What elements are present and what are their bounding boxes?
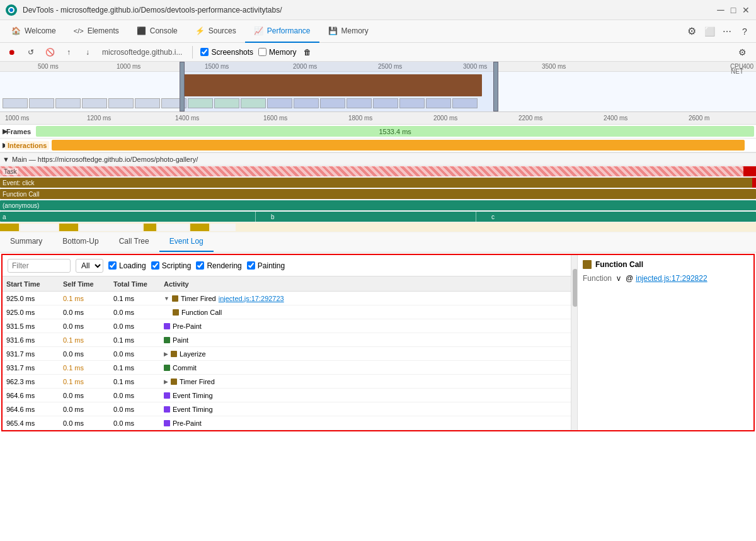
block-1	[0, 224, 19, 231]
perf-settings-btn[interactable]: ⚙	[733, 43, 751, 61]
dot-0	[172, 295, 178, 302]
selection-left-handle[interactable]	[180, 62, 185, 111]
total-time-1: 0.0 ms	[110, 309, 160, 316]
abc-bar: a b c	[0, 212, 756, 222]
event-click-bar: Event: click	[0, 178, 756, 188]
upload-btn[interactable]: ↑	[62, 45, 76, 59]
expand-4[interactable]: ▶	[164, 351, 168, 357]
activity-link-0[interactable]: injected.js:17:292723	[219, 295, 284, 302]
ruler-1000: 1000 ms	[5, 115, 29, 122]
tick-400: 400	[743, 63, 753, 70]
self-time-1: 0.0 ms	[59, 309, 110, 316]
detail-function-link[interactable]: injected.js:17:292822	[636, 274, 707, 283]
reload-btn[interactable]: ↺	[24, 45, 38, 59]
tab-console[interactable]: ⬛ Console	[128, 20, 186, 43]
main-expand[interactable]: ▼	[3, 156, 9, 163]
self-time-2: 0.0 ms	[59, 322, 110, 330]
minimize-btn[interactable]: ─	[716, 5, 726, 15]
more-btn[interactable]: ⋯	[718, 23, 736, 40]
thumb-1	[3, 98, 28, 108]
tab-memory[interactable]: 💾 Memory	[319, 20, 377, 43]
activity-2: Pre-Paint	[160, 322, 571, 330]
close-btn[interactable]: ✕	[741, 5, 751, 15]
ruler-2600: 2600 m	[689, 115, 709, 122]
screenshots-toggle[interactable]: Screenshots	[200, 48, 253, 57]
url-display: microsoftedge.github.i...	[102, 48, 182, 57]
record-btn[interactable]: ⏺	[5, 45, 19, 59]
scripting-filter[interactable]: Scripting	[151, 261, 192, 270]
painting-filter[interactable]: Painting	[247, 261, 285, 270]
tab-summary[interactable]: Summary	[0, 232, 52, 252]
self-time-9: 0.0 ms	[59, 419, 110, 427]
filter-bar: All Loading Scripting Rendering Painting	[3, 255, 571, 276]
download-btn[interactable]: ↓	[81, 45, 94, 59]
interactions-expand[interactable]: ▶	[0, 141, 5, 149]
detail-title: Function Call	[583, 260, 748, 269]
expand-0[interactable]: ▼	[164, 295, 169, 302]
tab-elements[interactable]: </> Elements	[65, 20, 128, 43]
tab-event-log[interactable]: Event Log	[159, 232, 214, 252]
block-7	[190, 224, 209, 231]
rendering-filter[interactable]: Rendering	[196, 261, 241, 270]
activity-7: Event Timing	[160, 392, 571, 399]
start-time-7: 964.6 ms	[3, 392, 59, 399]
thumb-5	[108, 98, 134, 108]
loading-filter[interactable]: Loading	[108, 261, 146, 270]
filter-all-select[interactable]: All	[76, 259, 103, 273]
dot-9	[164, 420, 170, 426]
filter-input[interactable]	[8, 259, 71, 273]
settings-btn[interactable]: ⚙	[683, 23, 701, 40]
selection-right-handle[interactable]	[493, 62, 498, 111]
table-header: Start Time Self Time Total Time Activity	[3, 276, 571, 292]
tab-performance[interactable]: 📈 Performance	[245, 20, 319, 43]
block-3	[59, 224, 78, 231]
memory-toggle[interactable]: Memory	[258, 48, 296, 57]
anonymous-bar: (anonymous)	[0, 200, 756, 210]
tab-bottom-up[interactable]: Bottom-Up	[52, 232, 108, 252]
clear-btn[interactable]: 🚫	[43, 45, 57, 59]
ruler-1200: 1200 ms	[87, 115, 111, 122]
block-2	[20, 224, 58, 231]
frames-label: Frames	[5, 128, 31, 135]
flame-abc-row: a b c	[0, 211, 756, 222]
tab-call-tree[interactable]: Call Tree	[109, 232, 159, 252]
sources-icon: ⚡	[195, 26, 205, 35]
col-self-time: Self Time	[59, 280, 110, 288]
total-time-0: 0.1 ms	[110, 295, 160, 302]
tab-welcome[interactable]: 🏠 Welcome	[3, 20, 65, 43]
col-activity: Activity	[160, 280, 571, 288]
dock-btn[interactable]: ⬜	[701, 23, 718, 40]
tick-1000: 1000 ms	[117, 63, 140, 70]
svg-point-2	[9, 8, 13, 12]
ruler-1400: 1400 ms	[175, 115, 199, 122]
event-log-left: All Loading Scripting Rendering Painting…	[3, 255, 571, 430]
ruler-2400: 2400 ms	[604, 115, 627, 122]
event-log-panel: All Loading Scripting Rendering Painting…	[1, 254, 755, 431]
console-icon: ⬛	[137, 26, 146, 35]
interactions-content	[52, 139, 756, 152]
devtools-nav: 🏠 Welcome </> Elements ⬛ Console ⚡ Sourc…	[0, 20, 756, 43]
dot-8	[164, 406, 170, 413]
activity-label-8: Event Timing	[173, 406, 213, 413]
trash-btn[interactable]: 🗑	[304, 48, 311, 57]
expand-6[interactable]: ▶	[164, 379, 168, 385]
self-time-8: 0.0 ms	[59, 406, 110, 413]
selection-range	[185, 62, 493, 111]
table-scrollbar[interactable]	[571, 255, 577, 430]
frames-expand[interactable]: ▶	[0, 127, 5, 135]
activity-4: ▶ Layerize	[160, 350, 571, 358]
activity-label-4: Layerize	[180, 350, 206, 358]
thumb-4	[82, 98, 107, 108]
maximize-btn[interactable]: □	[728, 5, 738, 15]
table-row: 931.7 ms 0.1 ms 0.1 ms Commit	[3, 361, 571, 375]
activity-1: Function Call	[160, 309, 571, 316]
total-time-7: 0.0 ms	[110, 392, 160, 399]
block-4	[79, 224, 142, 231]
start-time-8: 964.6 ms	[3, 406, 59, 413]
block-8	[210, 224, 236, 231]
flame-event-click-row: Event: click	[0, 177, 756, 188]
dot-2	[164, 323, 170, 329]
tab-sources[interactable]: ⚡ Sources	[186, 20, 245, 43]
tick-500: 500 ms	[38, 63, 59, 70]
help-btn[interactable]: ?	[736, 23, 753, 40]
